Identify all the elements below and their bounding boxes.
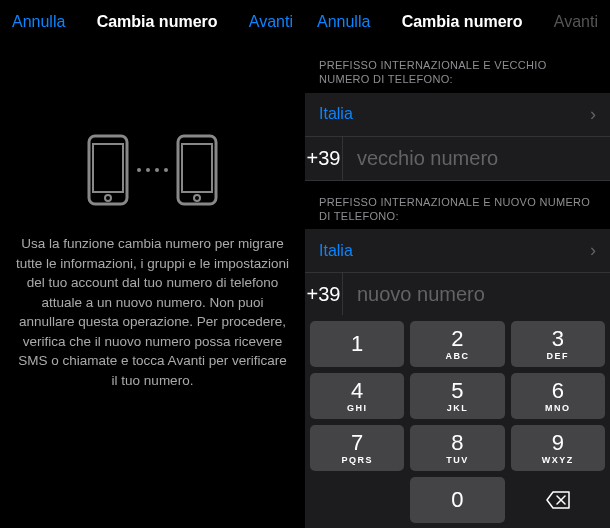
screen-change-number-intro: Annulla Cambia numero Avanti Usa la funz… bbox=[0, 0, 305, 528]
backspace-icon bbox=[545, 490, 571, 510]
chevron-right-icon: › bbox=[590, 104, 596, 125]
old-country-row[interactable]: Italia › bbox=[305, 93, 610, 137]
svg-point-2 bbox=[105, 195, 111, 201]
new-prefix[interactable]: +39 bbox=[305, 273, 343, 316]
transfer-dots-icon bbox=[137, 168, 168, 172]
old-prefix[interactable]: +39 bbox=[305, 137, 343, 180]
key-9[interactable]: 9WXYZ bbox=[511, 425, 605, 471]
svg-rect-1 bbox=[93, 144, 123, 192]
key-6[interactable]: 6MNO bbox=[511, 373, 605, 419]
svg-rect-4 bbox=[182, 144, 212, 192]
svg-rect-3 bbox=[178, 136, 216, 204]
key-8[interactable]: 8TUV bbox=[410, 425, 504, 471]
new-phone-row: +39 bbox=[305, 273, 610, 317]
phones-illustration bbox=[0, 134, 305, 206]
phone-old-icon bbox=[87, 134, 129, 206]
nav-title: Cambia numero bbox=[97, 13, 218, 31]
cancel-button[interactable]: Annulla bbox=[317, 13, 370, 31]
key-0[interactable]: 0 bbox=[410, 477, 504, 523]
key-3[interactable]: 3DEF bbox=[511, 321, 605, 367]
key-backspace[interactable] bbox=[511, 477, 605, 523]
old-number-input[interactable] bbox=[343, 137, 610, 180]
old-country-label: Italia bbox=[319, 105, 353, 123]
old-number-header: PREFISSO INTERNAZIONALE E VECCHIO NUMERO… bbox=[305, 44, 610, 93]
info-text: Usa la funzione cambia numero per migrar… bbox=[0, 234, 305, 391]
svg-point-5 bbox=[194, 195, 200, 201]
nav-title: Cambia numero bbox=[402, 13, 523, 31]
key-5[interactable]: 5JKL bbox=[410, 373, 504, 419]
key-4[interactable]: 4GHI bbox=[310, 373, 404, 419]
phone-new-icon bbox=[176, 134, 218, 206]
numeric-keypad: 1 2ABC 3DEF 4GHI 5JKL 6MNO 7PQRS 8TUV 9W… bbox=[305, 315, 610, 528]
navbar: Annulla Cambia numero Avanti bbox=[305, 0, 610, 44]
new-country-row[interactable]: Italia › bbox=[305, 229, 610, 273]
chevron-right-icon: › bbox=[590, 240, 596, 261]
new-number-header: PREFISSO INTERNAZIONALE E NUOVO NUMERO D… bbox=[305, 181, 610, 230]
key-2[interactable]: 2ABC bbox=[410, 321, 504, 367]
screen-change-number-form: Annulla Cambia numero Avanti PREFISSO IN… bbox=[305, 0, 610, 528]
next-button[interactable]: Avanti bbox=[554, 13, 598, 31]
new-country-label: Italia bbox=[319, 242, 353, 260]
key-1[interactable]: 1 bbox=[310, 321, 404, 367]
navbar: Annulla Cambia numero Avanti bbox=[0, 0, 305, 44]
key-empty bbox=[310, 477, 404, 523]
next-button[interactable]: Avanti bbox=[249, 13, 293, 31]
key-7[interactable]: 7PQRS bbox=[310, 425, 404, 471]
new-number-input[interactable] bbox=[343, 273, 610, 316]
old-phone-row: +39 bbox=[305, 137, 610, 181]
cancel-button[interactable]: Annulla bbox=[12, 13, 65, 31]
svg-rect-0 bbox=[89, 136, 127, 204]
